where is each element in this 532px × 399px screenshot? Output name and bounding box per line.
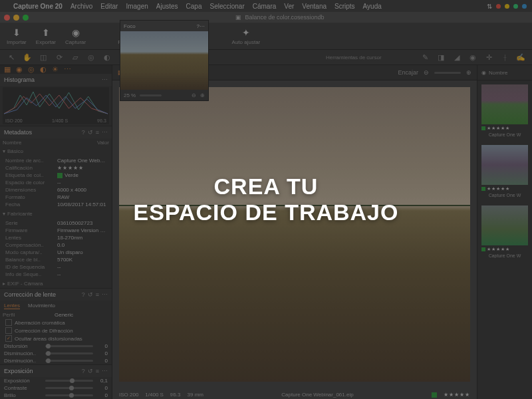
zoom-slider[interactable] — [434, 72, 461, 74]
section-basic[interactable]: ▾Básico — [0, 147, 112, 156]
panel-menu-icon[interactable]: ⋯ — [102, 129, 108, 136]
cursor-tools-label: Herramientas de cursor — [326, 55, 382, 61]
menu-imagen[interactable]: Imagen — [126, 3, 148, 10]
menu-seleccionar[interactable]: Seleccionar — [209, 3, 244, 10]
tray-dot-yellow[interactable] — [505, 4, 509, 9]
panel-menu-icon[interactable]: ⋯ — [102, 368, 108, 374]
section-maker[interactable]: ▾Fabricante — [0, 209, 112, 218]
thumb-image — [481, 84, 528, 124]
gradient-tool[interactable]: ◢ — [452, 53, 462, 62]
menu-archivo[interactable]: Archivo — [70, 3, 92, 10]
window-minimize[interactable] — [13, 15, 19, 21]
slider-exposure[interactable]: Exposición0,1 — [0, 377, 112, 384]
thumbnail-1[interactable]: ★★★★★ Capture One W — [481, 84, 528, 137]
brush-tool[interactable]: ✎ — [420, 53, 430, 62]
check-chromatic[interactable]: Aberración cromática — [0, 319, 112, 327]
library-tab-icon[interactable]: ▦ — [4, 65, 11, 74]
reset-icon[interactable]: ↺ — [88, 291, 93, 298]
measure-tool[interactable]: ⟊ — [500, 53, 509, 62]
slider-contrast[interactable]: Contraste0 — [0, 384, 112, 392]
reset-icon[interactable]: ↺ — [88, 368, 93, 374]
menu-ventana[interactable]: Ventana — [302, 3, 327, 10]
capture-button[interactable]: ◉Capturar — [65, 27, 86, 45]
lens-profile-row[interactable]: PerfilGeneric — [0, 311, 112, 319]
rotate-tool[interactable]: ⟳ — [55, 53, 64, 62]
exposure-tab-icon[interactable]: ☀ — [52, 65, 59, 74]
menu-ayuda[interactable]: Ayuda — [363, 3, 382, 10]
focus-panel[interactable]: Foco? ⋯ 25 % ⊖ ⊕ — [120, 20, 209, 101]
menu-camara[interactable]: Cámara — [253, 3, 277, 10]
help-icon[interactable]: ? — [82, 368, 85, 374]
pointer-tool[interactable]: ↖ — [7, 53, 16, 62]
zoom-in-icon[interactable]: ⊕ — [466, 69, 471, 76]
menu-ver[interactable]: Ver — [284, 3, 294, 10]
auto-adjust-button[interactable]: ✦Auto ajustar — [232, 27, 261, 45]
keystone-tool[interactable]: ▱ — [70, 53, 80, 62]
image-viewer[interactable]: ISO 200 1/400 S f/6.3 39 mm Capture One … — [112, 80, 477, 399]
import-button[interactable]: ⬇Importar — [7, 27, 27, 45]
zoom-out-icon[interactable]: ⊖ — [192, 92, 196, 98]
radial-tool[interactable]: ◉ — [468, 53, 477, 62]
export-button[interactable]: ⬆Exportar — [36, 27, 56, 45]
thumbnail-2[interactable]: ★★★★★ Capture One W — [481, 145, 528, 198]
window-zoom[interactable] — [23, 15, 29, 21]
meta-row-colorspace: Espacio de color-- — [3, 179, 109, 186]
dropbox-icon[interactable]: ⇅ — [487, 3, 492, 10]
slider-falloff1[interactable]: Disminución..0 — [0, 350, 112, 357]
eye-icon[interactable]: ◉ — [481, 70, 486, 76]
crop-tool[interactable]: ◫ — [39, 53, 48, 62]
info-focal: 39 mm — [188, 392, 203, 398]
help-icon[interactable]: ? — [82, 291, 85, 298]
info-color-tag[interactable] — [432, 392, 437, 398]
histogram-panel: Histograma⋯ ISO 200 1/400 S f/6.3 — [0, 74, 112, 126]
metadata-basic-rows: Nombre de arc..Capture One Webinar_061 C… — [0, 156, 112, 209]
panel-menu-icon[interactable]: ⋯ — [102, 291, 108, 298]
lens-tab-icon[interactable]: ◎ — [28, 65, 35, 74]
export-icon: ⬆ — [40, 27, 52, 38]
zoom-out-icon[interactable]: ⊖ — [424, 69, 429, 76]
panel-menu-icon[interactable]: ⋯ — [200, 23, 205, 29]
reset-icon[interactable]: ↺ — [88, 129, 93, 136]
preset-icon[interactable]: ≡ — [96, 291, 99, 298]
menu-editar[interactable]: Editar — [100, 3, 118, 10]
section-exif[interactable]: ▸EXIF - Cámara — [0, 279, 112, 288]
check-hide-distorted[interactable]: ✓Ocultar áreas distorsionadas — [0, 334, 112, 342]
preset-icon[interactable]: ≡ — [96, 368, 99, 374]
hand-tool[interactable]: ✋ — [23, 53, 32, 62]
slider-falloff2[interactable]: Disminución..0 — [0, 357, 112, 364]
help-icon[interactable]: ? — [82, 129, 85, 136]
browser-sort-label[interactable]: Nombre — [489, 70, 507, 76]
tray-dot-green[interactable] — [513, 4, 518, 9]
eraser-tool[interactable]: ◨ — [436, 53, 446, 62]
zoom-in-icon[interactable]: ⊕ — [200, 92, 205, 98]
capture-tab-icon[interactable]: ◉ — [16, 65, 23, 74]
meta-row-colortag[interactable]: Etiqueta de col..Verde — [3, 172, 109, 179]
tray-dot-blue[interactable] — [522, 4, 527, 9]
info-rating[interactable]: ★★★★★ — [444, 392, 470, 398]
lens-tab-lentes[interactable]: Lentes — [4, 303, 20, 309]
slider-distortion[interactable]: Distorsión0 — [0, 342, 112, 350]
main-image — [119, 87, 470, 382]
menu-capa[interactable]: Capa — [186, 3, 202, 10]
menu-scripts[interactable]: Scripts — [334, 3, 355, 10]
menu-ajustes[interactable]: Ajustes — [156, 3, 178, 10]
spot-tool[interactable]: ◎ — [86, 53, 96, 62]
mask-tool[interactable]: ◐ — [102, 53, 112, 62]
preset-icon[interactable]: ≡ — [96, 129, 99, 136]
lens-tab-movimiento[interactable]: Movimiento — [28, 303, 55, 309]
focus-zoom-slider[interactable] — [140, 94, 162, 96]
tool-tab-strip: ▦ ◉ ◎ ◐ ☀ ⋯ — [0, 65, 112, 74]
picker-tool[interactable]: ✛ — [484, 53, 493, 62]
more-tab-icon[interactable]: ⋯ — [64, 65, 71, 74]
thumbnail-3[interactable]: ★★★★★ Capture One W — [481, 205, 528, 258]
check-diffraction[interactable]: Corrección de Difracción — [0, 327, 112, 334]
window-close[interactable] — [4, 15, 10, 21]
panel-menu-icon[interactable]: ⋯ — [102, 76, 108, 83]
color-tab-icon[interactable]: ◐ — [40, 65, 47, 74]
annotate-tool[interactable]: ✍ — [516, 53, 525, 62]
meta-row-format: FormatoRAW — [3, 194, 109, 201]
app-name[interactable]: Capture One 20 — [13, 3, 63, 10]
slider-brightness[interactable]: Brillo0 — [0, 392, 112, 399]
meta-row-rating[interactable]: Calificación★★★★★ — [3, 164, 109, 172]
tray-dot-red[interactable] — [496, 4, 501, 9]
